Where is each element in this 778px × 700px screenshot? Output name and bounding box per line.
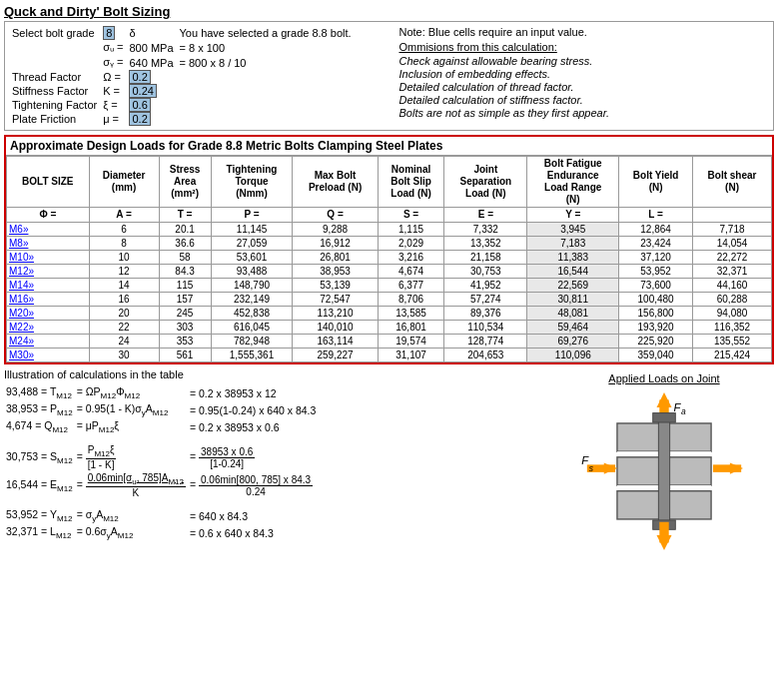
col-diameter: Diameter(mm) (89, 157, 159, 208)
table-row-9-col-6: 204,653 (444, 349, 527, 362)
calc-y-eq1: = σyAM12 (75, 507, 188, 524)
subhdr-y: Y = (527, 208, 619, 223)
omission-5: Bolts are not as simple as they first ap… (399, 107, 770, 119)
table-row-1-col-0[interactable]: M8» (7, 237, 90, 251)
table-row-3-col-4: 38,953 (293, 265, 378, 279)
note-text: Note: Blue cells require an input value. (399, 26, 770, 38)
calc-t-lhs: 93,488 = TM12 (4, 384, 75, 401)
table-row-3-col-7: 16,544 (527, 265, 619, 279)
table-row-2-col-7: 11,383 (527, 251, 619, 265)
table-row-5-col-5: 8,706 (378, 293, 444, 307)
table-row-5-col-3: 232,149 (211, 293, 293, 307)
table-row-6-col-7: 48,081 (527, 307, 619, 321)
col-nominal-bolt-slip: NominalBolt SlipLoad (N) (378, 157, 444, 208)
table-row-6-col-4: 113,210 (293, 307, 378, 321)
selected-grade-text: You have selected a grade 8.8 bolt. (180, 27, 352, 39)
table-row-3-col-9: 32,371 (693, 265, 772, 279)
calc-t-eq2: = 0.2 x 38953 x 12 (188, 384, 318, 401)
tightening-label: Tightening Factor (9, 98, 100, 112)
subhdr-a: A = (89, 208, 159, 223)
table-row: M8»836.627,05916,9122,02913,3527,18323,4… (7, 237, 772, 251)
tightening-input[interactable]: 0.6 (129, 98, 150, 112)
table-row-4-col-2: 115 (159, 279, 211, 293)
table-row-4-col-3: 148,790 (211, 279, 293, 293)
table-row-7-col-2: 303 (159, 321, 211, 335)
table-row-8-col-7: 69,276 (527, 335, 619, 349)
svg-text:a: a (681, 406, 686, 416)
stiffness-label: Stiffness Factor (9, 84, 100, 98)
table-row-9-col-0[interactable]: M30» (7, 349, 90, 362)
table-row-5-col-0[interactable]: M16» (7, 293, 90, 307)
table-row-5-col-4: 72,547 (293, 293, 378, 307)
sigma-y-value: 640 MPa (126, 55, 176, 70)
table-row-7-col-0[interactable]: M22» (7, 321, 90, 335)
table-row-4-col-6: 41,952 (444, 279, 527, 293)
table-row-1-col-4: 16,912 (293, 237, 378, 251)
page-title: Quck and Dirty' Bolt Sizing (4, 4, 774, 19)
table-row: M24»24353782,948163,11419,574128,77469,2… (7, 335, 772, 349)
table-row-9-col-1: 30 (89, 349, 159, 362)
table-row-1-col-8: 23,424 (619, 237, 693, 251)
table-row-2-col-3: 53,601 (211, 251, 293, 265)
delta-symbol: δ (129, 27, 135, 39)
subhdr-p: P = (211, 208, 293, 223)
table-row-2-col-0[interactable]: M10» (7, 251, 90, 265)
table-row-2-col-1: 10 (89, 251, 159, 265)
table-row-8-col-0[interactable]: M24» (7, 335, 90, 349)
col-joint-separation: JointSeparationLoad (N) (444, 157, 527, 208)
table-row-5-col-8: 100,480 (619, 293, 693, 307)
joint-svg: F a F s (574, 390, 754, 550)
table-row-6-col-1: 20 (89, 307, 159, 321)
table-row: M14»14115148,79053,1396,37741,95222,5697… (7, 279, 772, 293)
table-row-1-col-6: 13,352 (444, 237, 527, 251)
table-row: M20»20245452,838113,21013,58589,37648,08… (7, 307, 772, 321)
thread-input[interactable]: 0.2 (129, 70, 150, 84)
joint-diagram: Applied Loads on Joint F a (554, 368, 774, 554)
top-left-params: Select bolt grade 8 δ You have selected … (9, 26, 389, 126)
tightening-xi: ξ = (100, 98, 126, 112)
table-row-4-col-7: 22,569 (527, 279, 619, 293)
omission-3: Detailed calculation of thread factor. (399, 81, 770, 93)
table-row-1-col-7: 7,183 (527, 237, 619, 251)
table-row-0-col-1: 6 (89, 223, 159, 237)
table-row-3-col-6: 30,753 (444, 265, 527, 279)
stiffness-input[interactable]: 0.24 (129, 84, 156, 98)
friction-mu: μ = (100, 112, 126, 126)
calc-illustration: Illustration of calculations in the tabl… (4, 368, 550, 554)
subhdr-e: E = (444, 208, 527, 223)
table-row-0-col-8: 12,864 (619, 223, 693, 237)
table-row-6-col-9: 94,080 (693, 307, 772, 321)
main-table-section: Approximate Design Loads for Grade 8.8 M… (4, 135, 774, 364)
table-row-9-col-7: 110,096 (527, 349, 619, 362)
table-row-1-col-2: 36.6 (159, 237, 211, 251)
thread-omega: Ω = (100, 70, 126, 84)
calc-q-lhs: 4,674 = QM12 (4, 418, 75, 435)
calc-e-lhs: 16,544 = EM12 (4, 471, 75, 499)
omission-4: Detailed calculation of stiffness factor… (399, 94, 770, 106)
table-row-4-col-0[interactable]: M14» (7, 279, 90, 293)
table-row-0-col-3: 11,145 (211, 223, 293, 237)
subhdr-l: L = (619, 208, 693, 223)
friction-input[interactable]: 0.2 (129, 112, 150, 126)
col-bolt-shear: Bolt shear(N) (693, 157, 772, 208)
col-stress-area: StressArea(mm²) (159, 157, 211, 208)
table-row-9-col-9: 215,424 (693, 349, 772, 362)
table-row-3-col-0[interactable]: M12» (7, 265, 90, 279)
table-row-3-col-2: 84.3 (159, 265, 211, 279)
sigma-u-label: σᵤ = (100, 40, 126, 55)
table-row-5-col-1: 16 (89, 293, 159, 307)
omission-1: Check against allowable bearing stress. (399, 55, 770, 67)
thread-label: Thread Factor (9, 70, 100, 84)
table-row-6-col-0[interactable]: M20» (7, 307, 90, 321)
top-section: Select bolt grade 8 δ You have selected … (4, 21, 774, 131)
table-row-2-col-5: 3,216 (378, 251, 444, 265)
table-row-6-col-6: 89,376 (444, 307, 527, 321)
table-row-0-col-4: 9,288 (293, 223, 378, 237)
table-row-1-col-3: 27,059 (211, 237, 293, 251)
table-row-0-col-0[interactable]: M6» (7, 223, 90, 237)
calc-q-eq2: = 0.2 x 38953 x 0.6 (188, 418, 318, 435)
grade-input[interactable]: 8 (103, 26, 115, 40)
subhdr-q: Q = (293, 208, 378, 223)
calc-p-eq2: = 0.95(1-0.24) x 640 x 84.3 (188, 401, 318, 418)
table-row-4-col-1: 14 (89, 279, 159, 293)
